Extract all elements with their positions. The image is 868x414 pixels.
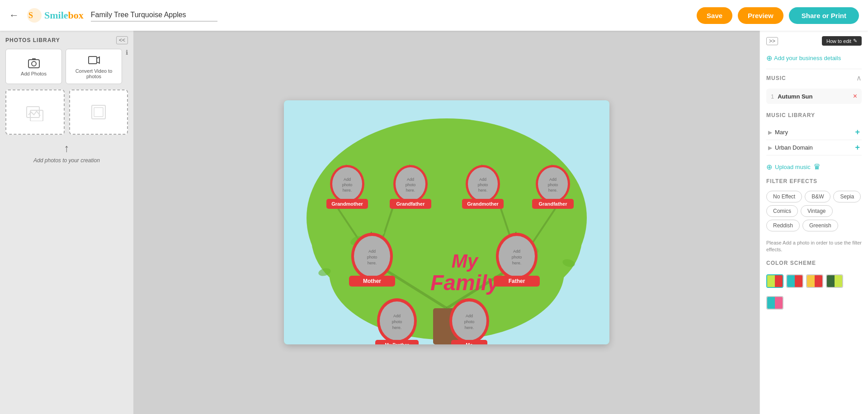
track-number: 1: [771, 93, 774, 100]
photo-frame-icon-2: [90, 103, 108, 121]
color-swatch-5[interactable]: [766, 296, 783, 310]
remove-track-button[interactable]: ×: [853, 92, 857, 100]
expand-sidebar-button[interactable]: >>: [766, 37, 778, 45]
svg-text:photo: photo: [392, 320, 402, 324]
preview-button[interactable]: Preview: [738, 7, 783, 24]
filter-no-effect[interactable]: No Effect: [766, 191, 802, 202]
logo-icon: S: [26, 7, 42, 24]
add-photos-tool[interactable]: Add Photos: [5, 49, 62, 84]
project-title-input[interactable]: [91, 9, 217, 22]
svg-text:My: My: [451, 250, 479, 272]
color-swatches: [766, 274, 862, 288]
svg-rect-5: [89, 56, 97, 64]
svg-text:My Brother: My Brother: [385, 343, 409, 344]
save-button[interactable]: Save: [697, 7, 732, 24]
play-mary-button[interactable]: ▶: [768, 129, 772, 136]
svg-rect-4: [32, 58, 36, 60]
photo-frame-2[interactable]: [69, 89, 128, 135]
how-to-edit-button[interactable]: How to edit ✎: [822, 36, 862, 46]
camera-icon: [28, 56, 40, 69]
filter-greenish[interactable]: Greenish: [802, 220, 838, 231]
add-urban-button[interactable]: +: [855, 143, 860, 152]
svg-text:Add: Add: [406, 177, 414, 182]
arrow-up-icon: ↑: [64, 142, 70, 155]
share-button[interactable]: Share or Print: [789, 7, 859, 24]
svg-text:here.: here.: [548, 188, 557, 193]
music-track: 1 Autumn Sun ×: [766, 89, 862, 104]
mary-track-name: Mary: [775, 129, 788, 136]
info-button[interactable]: ℹ: [126, 49, 128, 56]
color-swatch-4[interactable]: [826, 274, 843, 288]
svg-text:Add: Add: [465, 314, 472, 318]
svg-text:Family: Family: [430, 271, 500, 295]
main-layout: PHOTOS LIBRARY << Add Photos Convert Vid…: [0, 31, 868, 414]
svg-text:Father: Father: [508, 278, 525, 284]
add-photos-label: Add Photos: [21, 71, 47, 76]
filter-grid: No Effect B&W Sepia Comics Vintage Reddi…: [766, 191, 862, 231]
topbar: ← S Smilebox Save Preview Share or Print: [0, 0, 868, 31]
filter-sepia[interactable]: Sepia: [833, 191, 861, 202]
filter-note: Please Add a photo in order to use the f…: [766, 240, 862, 254]
svg-rect-2: [28, 60, 39, 68]
svg-text:photo: photo: [464, 320, 474, 324]
svg-text:Mother: Mother: [363, 278, 381, 284]
music-item-mary: ▶ Mary +: [766, 125, 862, 140]
family-tree-canvas: My Family Add photo here. Grandmother: [284, 100, 609, 344]
svg-text:Grandfather: Grandfather: [538, 201, 567, 207]
svg-text:photo: photo: [342, 183, 352, 187]
filter-comics[interactable]: Comics: [766, 205, 798, 217]
svg-text:photo: photo: [367, 255, 377, 259]
urban-track-name: Urban Domain: [775, 144, 813, 151]
photo-frame-1[interactable]: [5, 89, 65, 135]
svg-text:Grandmother: Grandmother: [467, 201, 499, 207]
add-mary-button[interactable]: +: [855, 127, 860, 137]
svg-text:photo: photo: [547, 183, 558, 187]
color-swatch-3[interactable]: [806, 274, 823, 288]
svg-text:Add: Add: [343, 177, 350, 182]
music-item-mary-left: ▶ Mary: [768, 129, 788, 136]
logo-box: box: [68, 9, 84, 21]
filter-effects-header: FILTER EFFECTS: [766, 178, 862, 184]
filter-reddish[interactable]: Reddish: [766, 220, 800, 231]
upload-music-button[interactable]: ⊕ Upload music ♛: [766, 162, 862, 172]
color-swatches-row2: [766, 296, 862, 310]
music-label: MUSIC: [766, 75, 786, 81]
music-item-urban: ▶ Urban Domain +: [766, 140, 862, 155]
collapse-sidebar-button[interactable]: <<: [116, 36, 128, 44]
convert-video-tool[interactable]: Convert Video to photos: [66, 49, 122, 84]
svg-text:photo: photo: [405, 183, 415, 187]
photo-frames: [5, 89, 128, 135]
filter-bw[interactable]: B&W: [805, 191, 830, 202]
upload-music-label: Upload music: [775, 164, 811, 170]
svg-text:here.: here.: [464, 325, 474, 330]
add-business-details-button[interactable]: ⊕ Add your business details: [766, 54, 862, 62]
convert-video-label: Convert Video to photos: [69, 68, 119, 79]
upload-plus-icon: ⊕: [766, 163, 772, 171]
photos-library-title: PHOTOS LIBRARY: [5, 37, 60, 43]
music-toggle-button[interactable]: ∧: [856, 74, 862, 82]
crown-icon: ♛: [813, 162, 821, 172]
color-swatch-1[interactable]: [766, 274, 783, 288]
photo-tools: Add Photos Convert Video to photos ℹ: [5, 49, 128, 84]
color-swatch-2[interactable]: [786, 274, 803, 288]
music-section-header: MUSIC ∧: [766, 69, 862, 82]
svg-text:here.: here.: [367, 261, 377, 265]
svg-text:here.: here.: [478, 188, 487, 193]
svg-text:Add: Add: [549, 177, 556, 182]
svg-text:photo: photo: [477, 183, 488, 187]
filter-vintage[interactable]: Vintage: [801, 205, 832, 217]
back-button[interactable]: ←: [9, 9, 19, 21]
svg-text:here.: here.: [392, 325, 401, 330]
canvas-container[interactable]: My Family Add photo here. Grandmother: [284, 100, 609, 344]
right-top-bar: >> How to edit ✎: [766, 36, 862, 46]
play-urban-button[interactable]: ▶: [768, 145, 772, 151]
logo-text: Smilebox: [44, 9, 84, 21]
topbar-right: Save Preview Share or Print: [697, 7, 859, 24]
svg-text:Grandfather: Grandfather: [396, 201, 425, 207]
svg-text:Add: Add: [513, 249, 520, 254]
add-photos-hint: ↑ Add photos to your creation: [5, 142, 128, 164]
photos-library-header: PHOTOS LIBRARY <<: [5, 36, 128, 44]
logo-smile: Smile: [44, 9, 68, 21]
video-icon: [88, 54, 100, 66]
svg-text:S: S: [28, 11, 33, 20]
